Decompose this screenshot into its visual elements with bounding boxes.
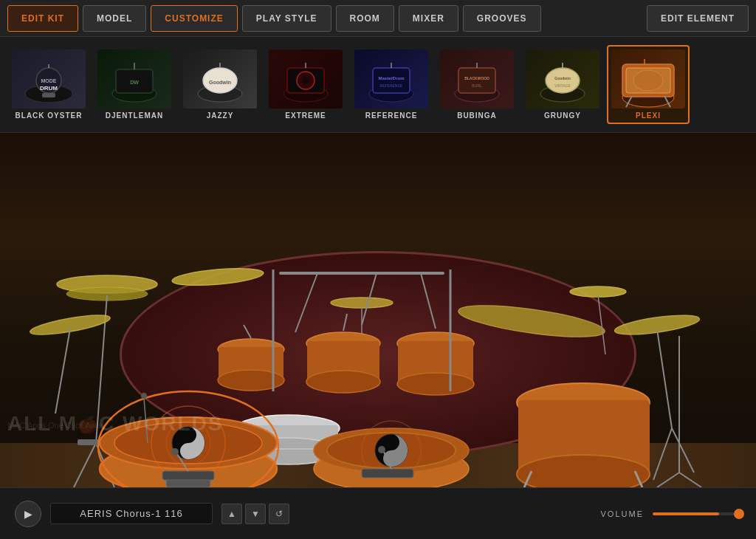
svg-line-62 (244, 325, 251, 338)
kit-label-grungy: GRUNGY (544, 111, 581, 120)
svg-point-52 (457, 299, 607, 343)
kit-thumbnail-extreme (269, 49, 343, 109)
svg-line-100 (657, 473, 679, 487)
svg-rect-107 (362, 469, 413, 478)
svg-point-57 (570, 286, 626, 297)
bottom-bar: ▶ AERIS Chorus-1 116 ▲ ▼ ↺ VOLUME (0, 487, 756, 539)
svg-point-17 (302, 77, 309, 84)
kit-label-djentleman: DJENTLEMAN (106, 111, 163, 120)
mixer-button[interactable]: MIXER (399, 5, 458, 32)
kit-item-extreme[interactable]: EXTREME (264, 45, 347, 124)
kit-thumbnail-jazzy: Goodwin (183, 49, 257, 109)
kit-label-bubinga: BUBINGA (457, 111, 497, 120)
svg-point-69 (397, 373, 474, 395)
volume-slider[interactable] (653, 512, 741, 515)
svg-line-96 (295, 273, 317, 332)
volume-label: VOLUME (601, 509, 644, 518)
kit-label-plexi: PLEXI (636, 111, 661, 120)
kit-label-reference: REFERENCE (365, 111, 418, 120)
svg-rect-104 (162, 471, 214, 480)
svg-point-106 (171, 448, 179, 456)
svg-rect-25 (458, 68, 495, 93)
svg-point-49 (171, 266, 264, 289)
room-button[interactable]: ROOM (336, 5, 394, 32)
kit-item-bubinga[interactable]: BLACKWOOD BURL BUBINGA (436, 45, 518, 124)
svg-line-55 (653, 428, 672, 480)
kit-item-plexi[interactable]: PLEXI (607, 45, 690, 124)
svg-text:REFERENCE: REFERENCE (380, 83, 404, 88)
play-button[interactable]: ▶ (15, 501, 41, 527)
kit-thumbnail-black-oyster: MODE DRUM (12, 49, 86, 109)
svg-text:BLACKWOOD: BLACKWOOD (464, 76, 489, 80)
svg-rect-20 (373, 68, 410, 93)
svg-text:MasterDrum: MasterDrum (378, 76, 404, 80)
svg-line-54 (657, 329, 672, 428)
transport-controls: ▲ ▼ ↺ (221, 504, 289, 524)
svg-text:Goodwin: Goodwin (209, 80, 231, 85)
svg-text:Goodwin: Goodwin (554, 76, 570, 80)
model-button[interactable]: MODEL (83, 5, 146, 32)
svg-line-98 (421, 273, 436, 329)
kit-label-jazzy: JAZZY (207, 111, 234, 120)
kit-label-extreme: EXTREME (285, 111, 326, 120)
volume-fill (653, 512, 719, 515)
drum-kit-canvas[interactable]: ALL M🍎C WORLDS MAC Apps One Click Away (0, 133, 756, 487)
svg-point-72 (517, 455, 650, 487)
svg-line-101 (679, 473, 701, 487)
svg-rect-5 (42, 93, 55, 97)
svg-point-109 (378, 446, 385, 453)
svg-rect-30 (546, 68, 580, 93)
arrow-up-button[interactable]: ▲ (221, 504, 242, 524)
kit-item-reference[interactable]: MasterDrum REFERENCE REFERENCE (350, 45, 433, 124)
svg-text:BURL: BURL (472, 83, 482, 88)
svg-line-66 (343, 314, 347, 331)
kit-selector-strip: MODE DRUM BLACK OYSTER DW DJENTLEMAN Go (0, 37, 756, 133)
watermark-subtext: MAC Apps One Click Away (7, 421, 105, 430)
drum-kit-svg (0, 133, 756, 487)
arrow-down-button[interactable]: ▼ (245, 504, 266, 524)
kit-thumbnail-djentleman: DW (97, 49, 171, 109)
edit-kit-button[interactable]: EDIT KIT (7, 5, 78, 32)
volume-knob[interactable] (734, 509, 744, 519)
kit-item-black-oyster[interactable]: MODE DRUM BLACK OYSTER (7, 45, 90, 124)
refresh-button[interactable]: ↺ (269, 504, 289, 524)
kit-thumbnail-plexi (611, 49, 685, 109)
svg-line-44 (74, 443, 96, 487)
svg-line-56 (672, 428, 694, 473)
svg-text:MODE: MODE (41, 78, 57, 83)
svg-text:DW: DW (130, 80, 139, 85)
customize-button[interactable]: CUSTOMIZE (151, 5, 237, 32)
play-style-button[interactable]: PLAY STYLE (242, 5, 331, 32)
volume-track (653, 512, 741, 515)
kit-item-jazzy[interactable]: Goodwin JAZZY (179, 45, 261, 124)
svg-point-50 (331, 298, 393, 308)
kit-item-djentleman[interactable]: DW DJENTLEMAN (93, 45, 176, 124)
kit-item-grungy[interactable]: Goodwin VINTAGE GRUNGY (521, 45, 604, 124)
svg-point-47 (29, 312, 111, 339)
grooves-button[interactable]: GROOVES (463, 5, 541, 32)
kit-label-black-oyster: BLACK OYSTER (16, 111, 83, 120)
svg-line-58 (598, 295, 605, 354)
kit-thumbnail-bubinga: BLACKWOOD BURL (440, 49, 514, 109)
edit-element-button[interactable]: EDIT ELEMENT (647, 5, 749, 32)
svg-point-103 (141, 393, 147, 399)
svg-text:VINTAGE: VINTAGE (554, 83, 571, 88)
svg-point-65 (306, 371, 380, 393)
svg-point-37 (633, 70, 663, 91)
top-navigation: EDIT KIT MODEL CUSTOMIZE PLAY STYLE ROOM… (0, 0, 756, 37)
kit-thumbnail-reference: MasterDrum REFERENCE (354, 49, 428, 109)
preset-display: AERIS Chorus-1 116 (50, 503, 213, 524)
svg-text:DRUM: DRUM (40, 85, 58, 92)
svg-line-48 (55, 329, 70, 413)
kit-thumbnail-grungy: Goodwin VINTAGE (526, 49, 599, 109)
